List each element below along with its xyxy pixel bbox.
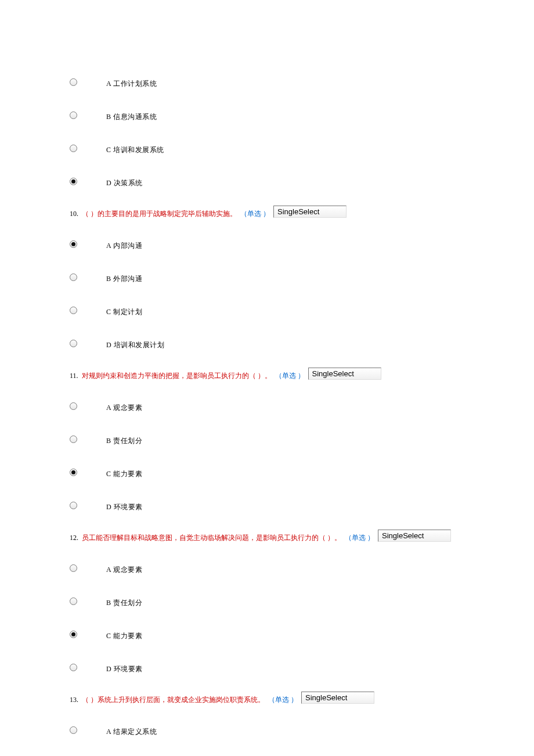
question-10: 10. （ ）的主要目的是用于战略制定完毕后辅助实施。 （单选 ） Single… [70, 208, 464, 220]
option-label: D 决策系统 [106, 175, 143, 188]
option-row: B 责任划分 [70, 595, 464, 608]
question-type: （单选 ） [240, 209, 270, 219]
radio-button[interactable] [70, 402, 77, 410]
select-dropdown[interactable]: SingleSelect [378, 530, 451, 542]
radio-button[interactable] [70, 726, 77, 734]
option-label: B 外部沟通 [106, 271, 142, 284]
question-type: （单选 ） [268, 695, 298, 705]
option-label: C 培训和发展系统 [106, 142, 164, 155]
option-label: C 能力要素 [106, 466, 142, 479]
option-row: A 观念要素 [70, 399, 464, 413]
option-row: D 决策系统 [70, 175, 464, 188]
option-row: B 外部沟通 [70, 271, 464, 284]
option-label: A 内部沟通 [106, 237, 142, 251]
option-row: B 信息沟通系统 [70, 109, 464, 122]
question-12: 12. 员工能否理解目标和战略意图，自觉主动临场解决问题，是影响员工执行力的（ … [70, 532, 464, 544]
option-label: D 培训和发展计划 [106, 337, 164, 350]
question-number: 12. [70, 534, 78, 542]
select-dropdown[interactable]: SingleSelect [308, 368, 381, 380]
option-row: A 工作计划系统 [70, 75, 464, 89]
option-row: B 责任划分 [70, 433, 464, 446]
question-text: 对规则约束和创造力平衡的把握，是影响员工执行力的（ ）。 [82, 371, 272, 381]
radio-button[interactable] [70, 240, 77, 248]
radio-button[interactable] [70, 597, 77, 605]
radio-button[interactable] [70, 145, 77, 152]
radio-button[interactable] [70, 664, 77, 671]
option-label: A 工作计划系统 [106, 75, 157, 89]
option-row: C 制定计划 [70, 304, 464, 317]
radio-button[interactable] [70, 111, 77, 119]
option-row: A 观念要素 [70, 561, 464, 575]
option-label: B 责任划分 [106, 595, 142, 608]
radio-button[interactable] [70, 178, 77, 185]
option-row: C 能力要素 [70, 466, 464, 479]
radio-button[interactable] [70, 78, 77, 86]
option-row: A 内部沟通 [70, 237, 464, 251]
radio-button[interactable] [70, 273, 77, 281]
question-11: 11. 对规则约束和创造力平衡的把握，是影响员工执行力的（ ）。 （单选 ） S… [70, 370, 464, 382]
option-label: B 责任划分 [106, 433, 142, 446]
question-type: （单选 ） [345, 533, 374, 543]
radio-button[interactable] [70, 502, 77, 509]
question-text: （ ）系统上升到执行层面，就变成企业实施岗位职责系统。 [82, 695, 265, 705]
select-dropdown[interactable]: SingleSelect [273, 206, 347, 218]
radio-button[interactable] [70, 435, 77, 443]
option-label: D 环境要素 [106, 499, 143, 512]
option-label: A 观念要素 [106, 399, 142, 413]
option-row: C 培训和发展系统 [70, 142, 464, 155]
option-label: C 制定计划 [106, 304, 142, 317]
option-label: A 观念要素 [106, 561, 142, 575]
question-number: 11. [70, 372, 78, 380]
option-row: D 环境要素 [70, 499, 464, 512]
question-text: 员工能否理解目标和战略意图，自觉主动临场解决问题，是影响员工执行力的（ ）。 [82, 533, 341, 543]
option-label: B 信息沟通系统 [106, 109, 157, 122]
option-row: D 环境要素 [70, 661, 464, 674]
option-label: A 结果定义系统 [106, 723, 157, 737]
radio-button[interactable] [70, 564, 77, 572]
option-label: C 能力要素 [106, 628, 142, 641]
radio-button[interactable] [70, 469, 77, 476]
option-row: D 培训和发展计划 [70, 337, 464, 350]
question-number: 10. [70, 210, 78, 218]
option-label: D 环境要素 [106, 661, 143, 674]
radio-button[interactable] [70, 340, 77, 347]
radio-button[interactable] [70, 631, 77, 638]
question-type: （单选 ） [275, 371, 305, 381]
radio-button[interactable] [70, 307, 77, 314]
select-dropdown[interactable]: SingleSelect [301, 692, 374, 704]
question-13: 13. （ ）系统上升到执行层面，就变成企业实施岗位职责系统。 （单选 ） Si… [70, 694, 464, 706]
option-row: C 能力要素 [70, 628, 464, 641]
page-content: A 工作计划系统 B 信息沟通系统 C 培训和发展系统 D 决策系统 10. （… [0, 0, 534, 756]
question-number: 13. [70, 696, 78, 704]
question-text: （ ）的主要目的是用于战略制定完毕后辅助实施。 [82, 209, 237, 219]
option-row: A 结果定义系统 [70, 723, 464, 737]
